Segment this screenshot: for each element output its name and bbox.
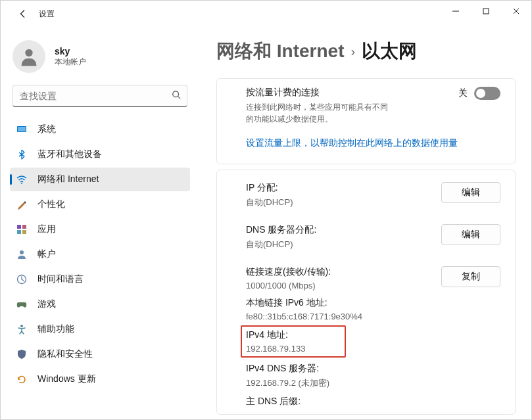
edit-ip-button[interactable]: 编辑 [441, 182, 500, 203]
ip-assignment-label: IP 分配: [246, 182, 441, 194]
link-speed-value: 1000/1000 (Mbps) [246, 281, 441, 291]
copy-button[interactable]: 复制 [441, 266, 500, 287]
privacy-icon [16, 349, 27, 360]
chevron-right-icon: › [351, 44, 355, 59]
svg-rect-8 [18, 127, 26, 131]
ipv6-local-label: 本地链接 IPv6 地址: [246, 297, 441, 309]
svg-rect-12 [17, 230, 21, 234]
ip-assignment-value: 自动(DHCP) [246, 197, 441, 208]
apps-icon [16, 224, 27, 235]
svg-rect-1 [483, 9, 489, 14]
network-properties-card: IP 分配: 自动(DHCP) 编辑 DNS 服务器分配: 自动(DHCP) 编… [216, 170, 516, 415]
window-title: 设置 [39, 9, 55, 20]
accounts-icon [16, 249, 27, 260]
sidebar-item-label: 蓝牙和其他设备 [37, 149, 102, 160]
sidebar-item-label: 辅助功能 [37, 323, 74, 335]
dns-assignment-value: 自动(DHCP) [246, 239, 441, 250]
ipv4-highlight-box: IPv4 地址: 192.168.79.133 [241, 325, 346, 358]
sidebar-item-windows-update[interactable]: Windows 更新 [10, 367, 190, 391]
data-limit-link[interactable]: 设置流量上限，以帮助控制在此网络上的数据使用量 [246, 137, 458, 148]
metered-title: 按流量计费的连接 [246, 87, 391, 99]
svg-line-6 [178, 97, 181, 99]
svg-rect-13 [22, 230, 26, 234]
close-button[interactable] [501, 1, 531, 22]
ipv4-address-value: 192.168.79.133 [246, 344, 305, 354]
update-icon [16, 374, 27, 385]
sidebar-item-time-language[interactable]: 时间和语言 [10, 268, 190, 291]
sidebar-item-label: 个性化 [37, 198, 65, 210]
ipv4-address-label: IPv4 地址: [246, 329, 305, 341]
search-icon [172, 90, 181, 102]
metered-toggle[interactable] [474, 87, 500, 100]
sidebar-item-label: 隐私和安全性 [37, 348, 93, 360]
svg-point-4 [25, 49, 32, 57]
sidebar-item-label: 游戏 [37, 298, 56, 310]
user-name: sky [55, 46, 86, 57]
toggle-label: 关 [458, 87, 468, 99]
accessibility-icon [16, 324, 27, 335]
sidebar-item-label: 系统 [37, 124, 56, 135]
svg-rect-10 [17, 225, 21, 229]
title-bar: 设置 [1, 1, 531, 27]
ipv4-dns-value: 192.168.79.2 (未加密) [246, 377, 441, 389]
personalization-icon [16, 199, 27, 210]
edit-dns-button[interactable]: 编辑 [441, 224, 500, 245]
sidebar-item-label: 帐户 [37, 248, 56, 260]
breadcrumb-current: 以太网 [362, 39, 417, 64]
sidebar-item-label: 应用 [37, 223, 56, 235]
sidebar-item-accessibility[interactable]: 辅助功能 [10, 317, 190, 341]
navigation: 系统 蓝牙和其他设备 网络和 Internet 个性化 应用 帐户 [10, 116, 190, 420]
bluetooth-icon [16, 149, 27, 160]
sidebar-item-label: Windows 更新 [37, 373, 96, 385]
sidebar-item-label: 时间和语言 [37, 273, 84, 285]
user-profile[interactable]: sky 本地帐户 [10, 35, 190, 82]
back-button[interactable] [12, 3, 34, 24]
sidebar-item-network[interactable]: 网络和 Internet [10, 168, 190, 191]
sidebar-item-gaming[interactable]: 游戏 [10, 292, 190, 316]
ipv6-local-value: fe80::31b5:c168:7171:9e30%4 [246, 312, 441, 321]
user-subtitle: 本地帐户 [55, 57, 86, 68]
system-icon [16, 124, 27, 135]
metered-desc: 连接到此网络时，某些应用可能具有不同的功能以减少数据使用。 [246, 101, 391, 125]
time-icon [16, 274, 27, 285]
sidebar-item-personalization[interactable]: 个性化 [10, 193, 190, 216]
gaming-icon [16, 299, 27, 310]
svg-point-14 [20, 250, 24, 254]
link-speed-label: 链接速度(接收/传输): [246, 266, 441, 278]
sidebar-item-privacy[interactable]: 隐私和安全性 [10, 342, 190, 366]
sidebar-item-apps[interactable]: 应用 [10, 218, 190, 241]
minimize-button[interactable] [441, 1, 471, 22]
avatar [12, 40, 45, 73]
sidebar-item-accounts[interactable]: 帐户 [10, 243, 190, 266]
sidebar-item-system[interactable]: 系统 [10, 118, 190, 141]
ipv4-dns-label: IPv4 DNS 服务器: [246, 363, 441, 375]
svg-point-5 [173, 91, 179, 97]
window-controls [441, 1, 531, 22]
primary-dns-suffix-label: 主 DNS 后缀: [246, 396, 441, 408]
search-input[interactable] [12, 85, 187, 107]
metered-connection-card: 按流量计费的连接 连接到此网络时，某些应用可能具有不同的功能以减少数据使用。 关… [216, 78, 516, 164]
breadcrumb-parent[interactable]: 网络和 Internet [216, 39, 344, 64]
sidebar-item-bluetooth[interactable]: 蓝牙和其他设备 [10, 143, 190, 166]
dns-assignment-label: DNS 服务器分配: [246, 224, 441, 236]
svg-point-9 [21, 183, 22, 184]
network-icon [16, 174, 27, 185]
sidebar-item-label: 网络和 Internet [37, 174, 99, 185]
svg-rect-11 [22, 225, 26, 229]
sidebar: sky 本地帐户 系统 蓝牙和其他设备 网络和 Internet [1, 27, 198, 420]
content-area: 网络和 Internet › 以太网 按流量计费的连接 连接到此网络时，某些应用… [198, 27, 531, 420]
breadcrumb: 网络和 Internet › 以太网 [216, 39, 516, 64]
svg-point-16 [20, 325, 23, 327]
maximize-button[interactable] [471, 1, 501, 22]
search-field[interactable] [12, 85, 187, 107]
